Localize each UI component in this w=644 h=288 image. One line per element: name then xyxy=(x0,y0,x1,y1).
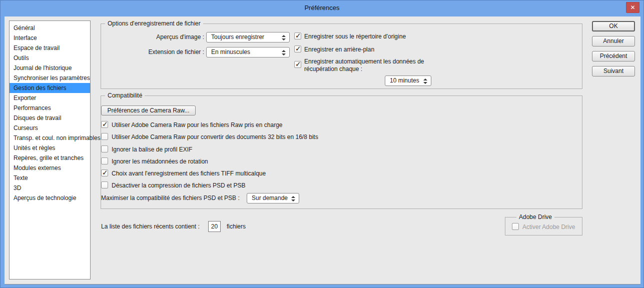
sidebar-item-workspace[interactable]: Espace de travail xyxy=(10,43,90,53)
disable-psd-compression-label: Désactiver la compression de fichiers PS… xyxy=(112,182,245,189)
compatibility-legend: Compatibilité xyxy=(105,92,145,100)
autosave-recovery-label: Enregistrer automatiquement les données … xyxy=(304,58,433,73)
use-camera-raw-supported-label: Utiliser Adobe Camera Raw pour les fichi… xyxy=(112,122,282,128)
ask-before-saving-tiff-label: Choix avant l'enregistrement des fichier… xyxy=(112,170,266,177)
use-camera-raw-supported-checkbox[interactable] xyxy=(101,121,108,128)
ignore-rotation-metadata-checkbox[interactable] xyxy=(101,158,108,164)
maximize-compatibility-dropdown[interactable]: Sur demande xyxy=(247,193,299,204)
adobe-drive-group: Adobe Drive Activer Adobe Drive xyxy=(505,217,582,236)
preferences-category-list: Général Interface Espace de travail Outi… xyxy=(9,20,91,280)
spinner-arrows-icon xyxy=(423,78,427,84)
sidebar-item-sync-settings[interactable]: Synchroniser les paramètres xyxy=(10,73,90,83)
use-camera-raw-convert-label: Utiliser Adobe Camera Raw pour convertir… xyxy=(112,134,318,140)
sidebar-item-history-log[interactable]: Journal de l'historique xyxy=(10,63,90,73)
sidebar-item-tools[interactable]: Outils xyxy=(10,53,90,63)
save-as-original-folder-checkbox[interactable] xyxy=(294,32,301,40)
file-extension-dropdown[interactable]: En minuscules xyxy=(206,47,290,58)
sidebar-item-3d[interactable]: 3D xyxy=(10,183,90,193)
image-previews-dropdown[interactable]: Toujours enregistrer xyxy=(206,32,290,42)
sidebar-item-cursors[interactable]: Curseurs xyxy=(10,123,90,133)
sidebar-item-guides-grid-slices[interactable]: Repères, grille et tranches xyxy=(10,153,90,163)
previous-button[interactable]: Précédent xyxy=(592,51,635,62)
save-as-original-folder-label: Enregistrer sous le répertoire d'origine xyxy=(304,33,406,40)
sidebar-item-general[interactable]: Général xyxy=(10,23,90,33)
ask-before-saving-tiff-checkbox[interactable] xyxy=(101,170,108,176)
file-extension-label: Extension de fichier : xyxy=(102,47,204,58)
autosave-interval-value: 10 minutes xyxy=(390,77,419,84)
spinner-arrows-icon xyxy=(291,196,295,202)
ok-button[interactable]: OK xyxy=(592,21,635,32)
save-in-background-label: Enregistrer en arrière-plan xyxy=(304,46,374,53)
cancel-button[interactable]: Annuler xyxy=(592,36,635,46)
ignore-exif-profile-label: Ignorer la balise de profil EXIF xyxy=(112,146,192,153)
maximize-compatibility-label: Maximiser la compatibilité des fichiers … xyxy=(101,193,240,204)
sidebar-item-interface[interactable]: Interface xyxy=(10,33,90,43)
use-camera-raw-convert-checkbox[interactable] xyxy=(101,133,108,140)
window-title: Préférences xyxy=(1,0,643,16)
enable-adobe-drive-label: Activer Adobe Drive xyxy=(522,224,575,230)
file-extension-value: En minuscules xyxy=(211,48,250,56)
sidebar-item-performance[interactable]: Performances xyxy=(10,103,90,113)
recent-files-count-input[interactable] xyxy=(208,221,221,232)
recent-files-suffix: fichiers xyxy=(227,221,246,232)
close-icon: ✕ xyxy=(630,4,635,11)
sidebar-item-type[interactable]: Texte xyxy=(10,173,90,183)
image-previews-label: Aperçus d'image : xyxy=(102,32,204,42)
sidebar-item-file-handling[interactable]: Gestion des fichiers xyxy=(10,83,90,93)
spinner-arrows-icon xyxy=(282,50,286,56)
file-saving-options-legend: Options d'enregistrement de fichier xyxy=(105,20,203,28)
disable-psd-compression-checkbox[interactable] xyxy=(101,182,108,188)
recent-files-label: La liste des fichiers récents contient : xyxy=(101,221,200,232)
preferences-dialog: Préférences ✕ Général Interface Espace d… xyxy=(0,0,644,288)
camera-raw-preferences-button[interactable]: Préférences de Camera Raw... xyxy=(101,106,196,116)
sidebar-item-transparency-gamut[interactable]: Transp. et coul. non imprimables xyxy=(10,133,90,143)
ignore-rotation-metadata-label: Ignorer les métadonnées de rotation xyxy=(112,158,208,165)
enable-adobe-drive-checkbox xyxy=(512,223,519,230)
dialog-content: Général Interface Espace de travail Outi… xyxy=(5,16,640,284)
sidebar-item-plugins[interactable]: Modules externes xyxy=(10,163,90,173)
sidebar-item-scratch-disks[interactable]: Disques de travail xyxy=(10,113,90,123)
sidebar-item-export[interactable]: Exporter xyxy=(10,93,90,103)
ignore-exif-profile-checkbox[interactable] xyxy=(101,146,108,152)
next-button[interactable]: Suivant xyxy=(592,66,635,76)
image-previews-value: Toujours enregistrer xyxy=(211,34,264,40)
save-in-background-checkbox[interactable] xyxy=(294,46,301,52)
spinner-arrows-icon xyxy=(282,34,286,41)
close-button[interactable]: ✕ xyxy=(626,2,639,13)
adobe-drive-legend: Adobe Drive xyxy=(516,214,554,221)
autosave-recovery-checkbox[interactable] xyxy=(294,61,301,68)
sidebar-item-units-rulers[interactable]: Unités et règles xyxy=(10,143,90,153)
maximize-compatibility-value: Sur demande xyxy=(252,194,288,202)
sidebar-item-technology-previews[interactable]: Aperçus de technologie xyxy=(10,193,90,203)
autosave-interval-dropdown[interactable]: 10 minutes xyxy=(385,76,431,86)
titlebar[interactable]: Préférences ✕ xyxy=(1,0,643,16)
